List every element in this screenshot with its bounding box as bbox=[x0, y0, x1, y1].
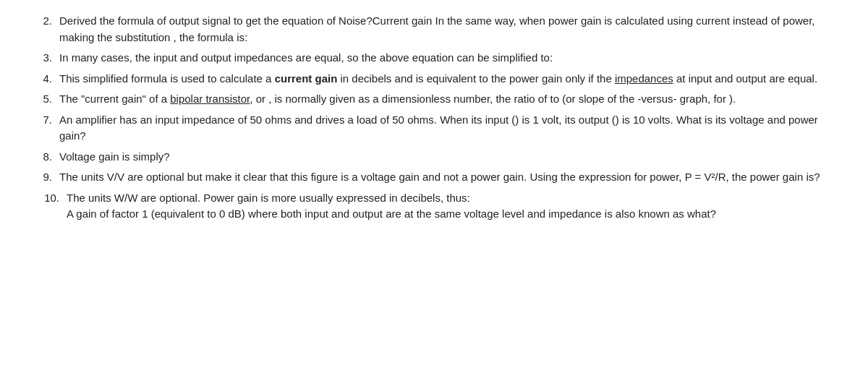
list-content: The units W/W are optional. Power gain i… bbox=[67, 190, 839, 223]
list-item: 10.The units W/W are optional. Power gai… bbox=[29, 190, 839, 223]
text-segment: An amplifier has an input impedance of 5… bbox=[59, 114, 818, 142]
text-segment: Voltage gain is simply? bbox=[59, 150, 170, 163]
text-segment: at input and output are equal. bbox=[673, 72, 817, 85]
text-segment: The units W/W are optional. Power gain i… bbox=[67, 192, 470, 204]
list-number: 9. bbox=[29, 169, 59, 186]
list-number: 2. bbox=[29, 13, 59, 46]
main-list: 2.Derived the formula of output signal t… bbox=[29, 13, 839, 223]
list-number: 8. bbox=[29, 149, 59, 166]
list-content: The "current gain" of a bipolar transist… bbox=[59, 91, 839, 108]
text-segment: The "current gain" of a bbox=[59, 93, 170, 105]
text-segment: A gain of factor 1 (equivalent to 0 dB) … bbox=[67, 207, 716, 220]
list-content: The units V/V are optional but make it c… bbox=[59, 169, 839, 186]
list-number: 5. bbox=[29, 91, 59, 108]
list-item: 8.Voltage gain is simply? bbox=[29, 149, 839, 166]
text-segment: The units V/V are optional but make it c… bbox=[59, 171, 820, 183]
list-item: 7.An amplifier has an input impedance of… bbox=[29, 112, 839, 145]
text-segment: current gain bbox=[275, 72, 338, 85]
list-item: 4.This simplified formula is used to cal… bbox=[29, 71, 839, 87]
list-number: 10. bbox=[29, 190, 67, 223]
text-segment: in decibels and is equivalent to the pow… bbox=[337, 72, 615, 85]
list-item: 5.The "current gain" of a bipolar transi… bbox=[29, 91, 839, 108]
list-item: 9.The units V/V are optional but make it… bbox=[29, 169, 839, 186]
text-segment: bipolar transistor bbox=[170, 93, 250, 105]
text-segment: In many cases, the input and output impe… bbox=[59, 51, 553, 64]
list-item: 3.In many cases, the input and output im… bbox=[29, 50, 839, 67]
text-segment: This simplified formula is used to calcu… bbox=[59, 72, 275, 85]
list-content: In many cases, the input and output impe… bbox=[59, 50, 839, 67]
text-segment: , or , is normally given as a dimensionl… bbox=[250, 93, 736, 105]
text-segment: impedances bbox=[615, 72, 673, 85]
list-number: 7. bbox=[29, 112, 59, 145]
text-segment: Derived the formula of output signal to … bbox=[59, 14, 815, 43]
list-number: 4. bbox=[29, 71, 59, 87]
list-content: Derived the formula of output signal to … bbox=[59, 13, 839, 46]
list-item: 2.Derived the formula of output signal t… bbox=[29, 13, 839, 46]
list-number: 3. bbox=[29, 50, 59, 67]
list-content: An amplifier has an input impedance of 5… bbox=[59, 112, 839, 145]
list-content: This simplified formula is used to calcu… bbox=[59, 71, 839, 87]
list-content: Voltage gain is simply? bbox=[59, 149, 839, 166]
